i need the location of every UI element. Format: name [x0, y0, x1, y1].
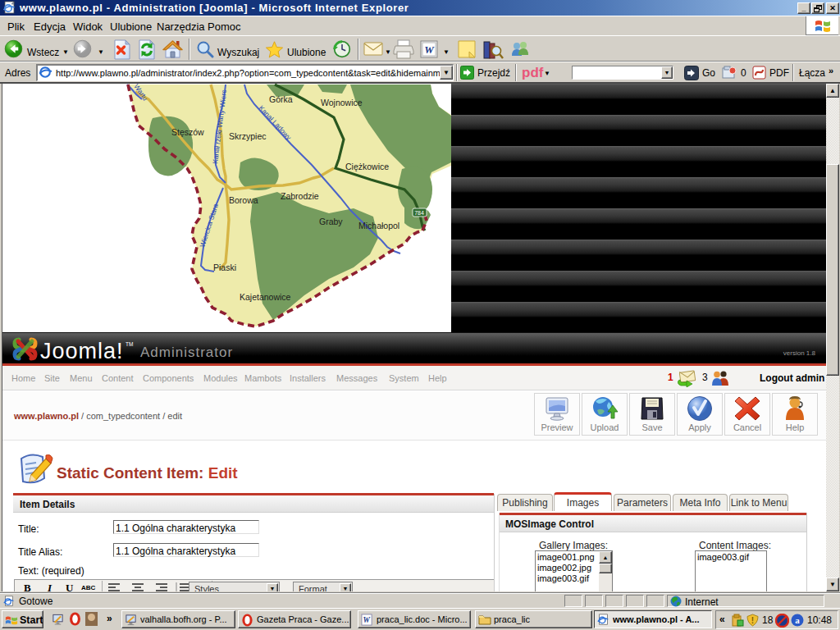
svg-text:Zabrodzie: Zabrodzie: [281, 191, 319, 201]
svg-text:W: W: [424, 43, 435, 56]
svg-text:Borowa: Borowa: [229, 195, 258, 205]
svg-text:Michałopol: Michałopol: [358, 221, 399, 231]
svg-text:a: a: [795, 615, 800, 625]
svg-text:Górka: Górka: [269, 94, 293, 104]
svg-text:Stęszów: Stęszów: [171, 127, 204, 137]
svg-text:W: W: [363, 616, 370, 624]
svg-text:Skrzypiec: Skrzypiec: [229, 131, 267, 141]
svg-text:!: !: [751, 616, 754, 625]
svg-text:Kajetanowice: Kajetanowice: [240, 292, 291, 302]
svg-text:784: 784: [414, 210, 424, 216]
svg-text:Piaski: Piaski: [213, 262, 236, 272]
svg-text:Ciężkowice: Ciężkowice: [345, 162, 389, 171]
svg-text:Graby: Graby: [319, 217, 343, 226]
svg-text:Wojnowice: Wojnowice: [321, 98, 363, 107]
